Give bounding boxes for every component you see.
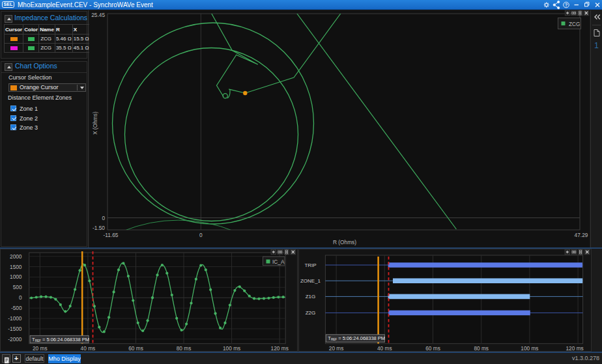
svg-text:47.29: 47.29 (575, 232, 588, 238)
svg-text:R (Ohms): R (Ohms) (333, 239, 356, 245)
svg-text:40 ms: 40 ms (81, 345, 96, 352)
svg-text:0: 0 (102, 215, 105, 221)
svg-text:-1000: -1000 (8, 315, 22, 322)
svg-text:ZCG: ZCG (569, 21, 580, 27)
svg-text:IC_A: IC_A (272, 259, 285, 265)
svg-text:60 ms: 60 ms (128, 345, 143, 352)
svg-text:0: 0 (19, 294, 22, 301)
svg-text:-1500: -1500 (8, 326, 22, 332)
svg-text:Z1G: Z1G (306, 294, 316, 300)
svg-text:ZONE_1: ZONE_1 (300, 278, 321, 284)
svg-text:120 ms: 120 ms (271, 345, 289, 352)
svg-text:60 ms: 60 ms (425, 345, 440, 352)
svg-text:80 ms: 80 ms (177, 345, 192, 352)
svg-text:TREF = 5:06:24.068338 PM: TREF = 5:06:24.068338 PM (32, 337, 89, 343)
svg-text:1500: 1500 (10, 264, 22, 270)
svg-text:0: 0 (199, 232, 203, 238)
svg-text:120 ms: 120 ms (566, 345, 583, 352)
svg-text:1000: 1000 (10, 273, 22, 280)
svg-text:100 ms: 100 ms (223, 345, 240, 352)
svg-text:-500: -500 (11, 305, 22, 311)
svg-text:-11.65: -11.65 (104, 232, 119, 238)
svg-text:X (Ohms): X (Ohms) (92, 111, 98, 135)
svg-text:100 ms: 100 ms (521, 345, 538, 352)
svg-text:20 ms: 20 ms (33, 345, 48, 352)
svg-text:Z2G: Z2G (306, 310, 316, 316)
svg-text:500: 500 (13, 284, 22, 290)
svg-text:-1.50: -1.50 (93, 225, 105, 231)
svg-text:-2000: -2000 (8, 336, 22, 343)
svg-text:40 ms: 40 ms (377, 345, 392, 352)
svg-text:25.45: 25.45 (91, 12, 105, 18)
svg-text:2000: 2000 (10, 253, 22, 260)
svg-text:TREF = 5:06:24.068338 PM: TREF = 5:06:24.068338 PM (328, 335, 385, 341)
svg-text:TRIP: TRIP (304, 262, 316, 268)
svg-text:20 ms: 20 ms (329, 345, 344, 352)
svg-text:80 ms: 80 ms (474, 345, 489, 352)
svg-text:?: ? (565, 2, 568, 8)
